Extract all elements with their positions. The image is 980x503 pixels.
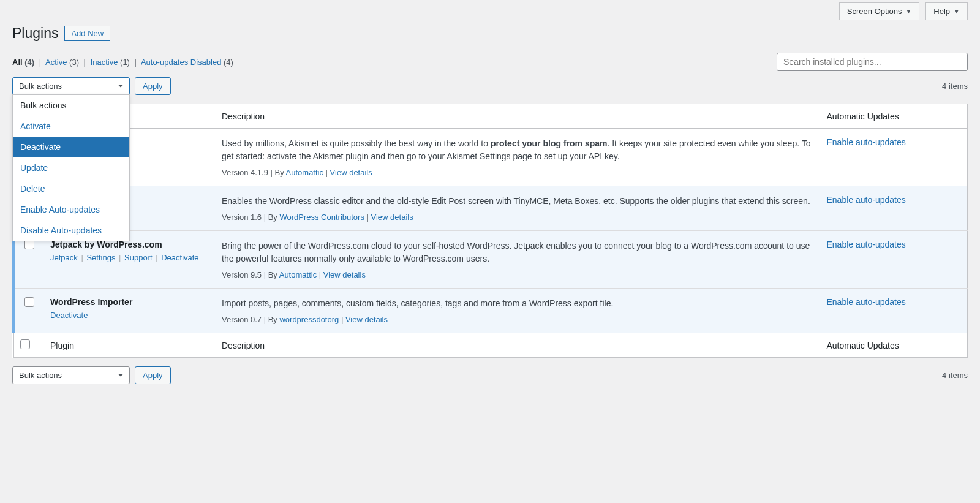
plugin-description: Import posts, pages, comments, custom fi… [222,297,815,310]
add-new-button[interactable]: Add New [64,26,110,41]
bulk-option-bulk-actions[interactable]: Bulk actions [13,95,129,116]
separator: | [39,58,41,67]
plugin-author-link[interactable]: Automattic [279,270,317,279]
filter-active-link[interactable]: Active (3) [45,58,81,67]
separator: | [84,58,86,67]
plugin-meta: Version 1.6 | By WordPress Contributors … [222,213,815,222]
column-description-footer[interactable]: Description [216,333,821,358]
column-auto-updates[interactable]: Automatic Updates [821,104,968,129]
plugin-author-link[interactable]: Automattic [286,168,323,177]
separator: | [79,253,86,262]
table-row: Used by millions, Akismet is quite possi… [13,129,968,186]
bulk-actions-dropdown: Bulk actions Activate Deactivate Update … [12,94,130,241]
search-input[interactable] [777,53,968,71]
bulk-option-deactivate[interactable]: Deactivate [13,137,129,157]
plugin-version-by: Version 9.5 | By [222,270,279,279]
plugin-description: Used by millions, Akismet is quite possi… [222,137,815,163]
select-all-checkbox-bottom[interactable] [20,339,30,349]
enable-auto-updates-link[interactable]: Enable auto-updates [827,297,906,307]
filter-inactive-count: (1) [120,58,130,67]
separator: | [154,253,160,262]
caret-down-icon: ▼ [954,8,960,15]
table-row: Enables the WordPress classic editor and… [13,186,968,231]
filter-all-link[interactable]: All (4) [12,58,37,67]
items-count-top: 4 items [942,81,968,91]
enable-auto-updates-link[interactable]: Enable auto-updates [827,240,906,249]
plugin-meta: Version 9.5 | By Automattic | View detai… [222,270,815,279]
filter-auto-updates-disabled-link[interactable]: Auto-updates Disabled (4) [141,58,233,67]
apply-button-top[interactable]: Apply [135,77,171,95]
filter-links: All (4) | Active (3) | Inactive (1) | Au… [12,58,233,67]
column-auto-updates-footer[interactable]: Automatic Updates [821,333,968,358]
plugin-action-support[interactable]: Support [124,253,153,262]
plugin-description: Bring the power of the WordPress.com clo… [222,240,815,265]
plugin-action-settings[interactable]: Settings [86,253,115,262]
help-label: Help [933,7,950,16]
filter-active-label: Active [45,58,67,67]
separator: | [116,253,123,262]
column-description[interactable]: Description [216,104,821,129]
filter-inactive-link[interactable]: Inactive (1) [91,58,132,67]
filter-auto-disabled-label: Auto-updates Disabled [141,58,222,67]
enable-auto-updates-link[interactable]: Enable auto-updates [827,137,906,147]
filter-active-count: (3) [69,58,79,67]
filter-all-count: (4) [24,58,34,67]
bulk-option-update[interactable]: Update [13,157,129,178]
plugins-table: Plugin Description Automatic Updates Use… [12,104,968,358]
plugin-version-by: Version 1.6 | By [222,213,279,222]
screen-options-label: Screen Options [847,7,902,16]
view-details-link[interactable]: View details [345,315,388,324]
help-button[interactable]: Help ▼ [925,2,968,20]
column-plugin-footer[interactable]: Plugin [44,333,216,358]
row-actions: Jetpack | Settings | Support | Deactivat… [50,253,209,262]
view-details-link[interactable]: View details [330,168,372,177]
plugin-meta: Version 0.7 | By wordpressdotorg | View … [222,315,815,324]
plugin-title: WordPress Importer [50,297,209,307]
bulk-option-delete[interactable]: Delete [13,178,129,199]
screen-options-button[interactable]: Screen Options ▼ [839,2,920,20]
page-title: Plugins [12,25,58,42]
desc-text: Used by millions, Akismet is quite possi… [222,138,491,148]
row-checkbox[interactable] [24,297,34,307]
row-actions: Deactivate [50,311,209,320]
plugin-meta: Version 4.1.9 | By Automattic | View det… [222,168,815,177]
table-row: WordPress Importer Deactivate Import pos… [13,289,968,333]
separator: | [135,58,137,67]
desc-bold: protect your blog from spam [491,138,608,148]
plugin-author-link[interactable]: wordpressdotorg [279,315,339,324]
filter-inactive-label: Inactive [91,58,118,67]
filter-auto-disabled-count: (4) [224,58,233,67]
filter-all-label: All [12,58,23,67]
bulk-option-disable-auto-updates[interactable]: Disable Auto-updates [13,220,129,241]
items-count-bottom: 4 items [942,371,968,380]
caret-down-icon: ▼ [905,8,911,15]
plugin-author-link[interactable]: WordPress Contributors [279,213,364,222]
plugin-version-by: Version 0.7 | By [222,315,279,324]
view-details-link[interactable]: View details [371,213,413,222]
bulk-option-enable-auto-updates[interactable]: Enable Auto-updates [13,199,129,220]
view-details-link[interactable]: View details [323,270,366,279]
bulk-option-activate[interactable]: Activate [13,116,129,137]
plugin-action-deactivate[interactable]: Deactivate [50,311,88,320]
enable-auto-updates-link[interactable]: Enable auto-updates [827,195,906,205]
bulk-actions-select-top[interactable]: Bulk actions [12,77,130,95]
plugin-action-jetpack[interactable]: Jetpack [50,253,78,262]
apply-button-bottom[interactable]: Apply [135,366,171,384]
plugin-description: Enables the WordPress classic editor and… [222,195,815,208]
table-row: Jetpack by WordPress.com Jetpack | Setti… [13,231,968,289]
plugin-version-by: Version 4.1.9 | By [222,168,286,177]
bulk-actions-select-bottom[interactable]: Bulk actions [12,366,130,384]
plugin-action-deactivate[interactable]: Deactivate [161,253,198,262]
